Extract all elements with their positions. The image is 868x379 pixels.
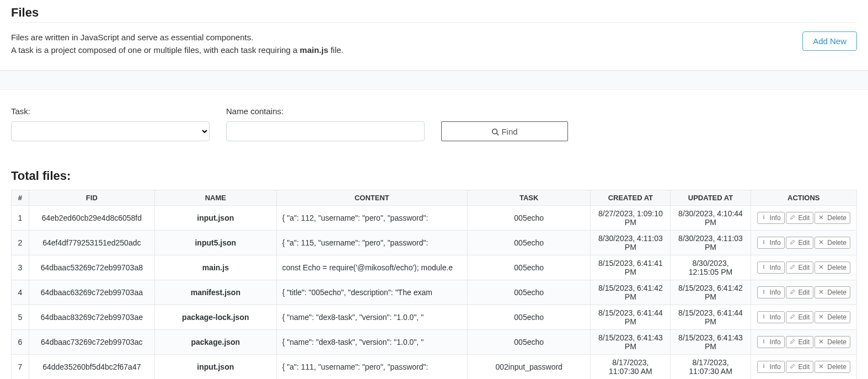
info-label: Info (770, 338, 781, 346)
delete-label: Delete (827, 264, 846, 271)
cell-name: input.json (154, 206, 276, 231)
cell-updated: 8/30/2023, 12:15:05 PM (671, 255, 751, 280)
name-filter-input[interactable] (226, 121, 425, 141)
info-button[interactable]: Info (757, 311, 785, 323)
cell-task: 005echo (468, 305, 591, 330)
search-icon (491, 128, 498, 135)
info-label: Info (770, 239, 781, 247)
cell-content: { "name": "dex8-task", "version": "1.0.0… (276, 330, 467, 355)
cell-content: const Echo = require('@mikosoft/echo'); … (276, 255, 467, 280)
cell-created: 8/15/2023, 6:41:41 PM (591, 255, 671, 280)
cell-actions: InfoEditDelete (751, 305, 856, 330)
close-icon (818, 215, 825, 221)
cell-name: package-lock.json (154, 305, 276, 330)
cell-updated: 8/30/2023, 4:10:44 PM (671, 206, 751, 231)
cell-actions: InfoEditDelete (751, 355, 856, 380)
edit-button[interactable]: Edit (786, 212, 814, 224)
info-button[interactable]: Info (757, 237, 785, 249)
cell-created: 8/15/2023, 6:41:42 PM (591, 280, 671, 305)
delete-button[interactable]: Delete (815, 212, 850, 224)
col-created: CREATED AT (591, 190, 671, 206)
delete-button[interactable]: Delete (815, 336, 850, 348)
info-label: Info (770, 313, 781, 321)
info-icon (761, 314, 768, 321)
cell-fid: 64eb2ed60cb29e4d8c6058fd (29, 206, 154, 231)
close-icon (818, 339, 825, 345)
edit-icon (790, 364, 796, 370)
cell-fid: 64dde35260bf5d4bc2f67a47 (29, 355, 154, 380)
cell-name: main.js (154, 255, 276, 280)
close-icon (818, 364, 825, 370)
delete-button[interactable]: Delete (815, 286, 850, 298)
delete-button[interactable]: Delete (815, 311, 850, 323)
cell-task: 005echo (468, 206, 591, 231)
col-updated: UPDATED AT (671, 190, 751, 206)
cell-content: { "a": 115, "username": "pero", "passwor… (276, 231, 467, 255)
cell-created: 8/17/2023, 11:07:30 AM (591, 355, 671, 380)
cell-name: input.json (154, 355, 276, 380)
cell-content: { "a": 112, "username": "pero", "passwor… (276, 206, 467, 231)
section-divider (0, 71, 868, 90)
cell-created: 8/30/2023, 4:11:03 PM (591, 231, 671, 255)
edit-button[interactable]: Edit (786, 286, 814, 298)
task-filter-label: Task: (11, 106, 210, 116)
edit-button[interactable]: Edit (786, 237, 814, 249)
edit-button[interactable]: Edit (786, 336, 814, 348)
edit-icon (790, 314, 796, 321)
cell-task: 002input_password (468, 355, 591, 380)
edit-label: Edit (799, 239, 810, 247)
svg-rect-7 (763, 242, 764, 244)
info-button[interactable]: Info (757, 361, 785, 373)
col-actions: ACTIONS (751, 190, 856, 206)
edit-label: Edit (799, 264, 810, 271)
svg-rect-3 (763, 217, 764, 219)
cell-idx: 4 (12, 280, 29, 305)
cell-idx: 6 (12, 330, 29, 355)
cell-actions: InfoEditDelete (751, 330, 856, 355)
delete-label: Delete (827, 239, 846, 247)
cell-actions: InfoEditDelete (751, 206, 856, 231)
delete-label: Delete (827, 313, 846, 321)
cell-updated: 8/15/2023, 6:41:44 PM (671, 305, 751, 330)
cell-idx: 7 (12, 355, 29, 380)
edit-label: Edit (799, 338, 810, 346)
edit-label: Edit (799, 313, 810, 321)
svg-rect-23 (763, 341, 764, 343)
task-filter-select[interactable] (11, 121, 210, 141)
edit-label: Edit (799, 363, 810, 371)
info-button[interactable]: Info (757, 212, 785, 224)
cell-fid: 64dbaac83269c72eb99703ae (29, 305, 154, 330)
delete-button[interactable]: Delete (815, 361, 850, 373)
cell-fid: 64dbaac73269c72eb99703ac (29, 330, 154, 355)
desc-line2-before: A task is a project composed of one or m… (11, 45, 300, 55)
info-button[interactable]: Info (757, 261, 785, 274)
close-icon (818, 314, 825, 321)
delete-label: Delete (827, 363, 846, 371)
cell-name: manifest.json (154, 280, 276, 305)
delete-label: Delete (827, 289, 846, 296)
info-icon (761, 215, 768, 221)
edit-button[interactable]: Edit (786, 361, 814, 373)
find-button[interactable]: Find (441, 121, 568, 141)
find-label: Find (501, 127, 517, 136)
close-icon (818, 289, 825, 296)
delete-label: Delete (827, 214, 846, 222)
svg-point-6 (763, 241, 764, 242)
info-icon (761, 239, 768, 246)
info-button[interactable]: Info (757, 336, 785, 348)
edit-button[interactable]: Edit (786, 311, 814, 323)
svg-rect-11 (763, 266, 764, 269)
cell-task: 005echo (468, 280, 591, 305)
add-new-button[interactable]: Add New (802, 31, 857, 51)
svg-point-26 (763, 365, 764, 366)
delete-button[interactable]: Delete (815, 261, 850, 274)
svg-point-18 (763, 315, 764, 316)
col-task: TASK (468, 190, 591, 206)
edit-label: Edit (799, 289, 810, 296)
delete-button[interactable]: Delete (815, 237, 850, 249)
edit-button[interactable]: Edit (786, 261, 814, 274)
info-button[interactable]: Info (757, 286, 785, 298)
page-description: Files are written in JavaScript and serv… (11, 31, 344, 56)
svg-rect-19 (763, 316, 764, 318)
col-idx: # (12, 190, 29, 206)
